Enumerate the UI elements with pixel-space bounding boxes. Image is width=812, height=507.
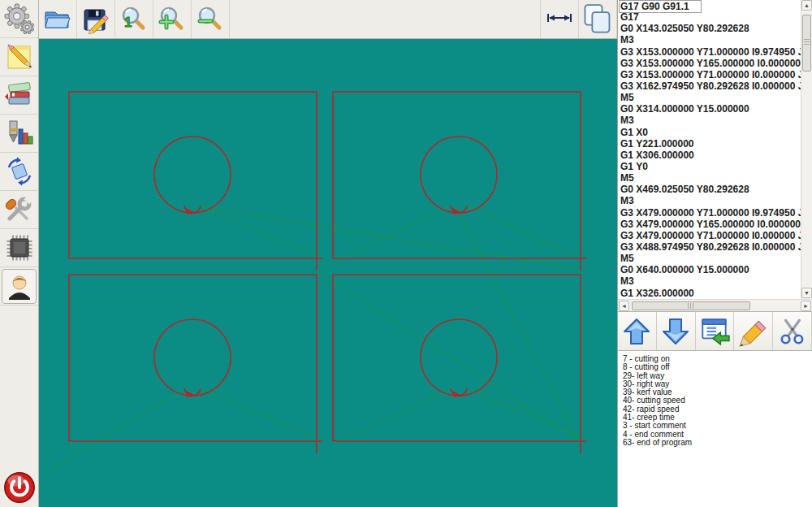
fit-width-button[interactable] [541,0,579,38]
horizontal-scroll-thumb[interactable] [632,301,750,310]
gcode-line[interactable]: M5 [618,92,801,103]
cut-scissors-icon [777,316,808,347]
zoom-out-button[interactable] [192,0,230,38]
copy-button[interactable] [579,0,617,38]
scroll-down-arrow-icon[interactable]: ▼ [801,288,812,298]
power-icon [2,470,37,505]
gcode-line[interactable]: G0 X640.000000 Y15.000000 [618,264,801,275]
settings-gears-icon [4,3,35,34]
library-books-icon [5,80,34,110]
canvas-area [39,39,617,507]
tool-stats-icon [5,119,34,148]
gcode-panel: G17 G90 G91.1G17G0 X143.025050 Y80.29262… [617,0,812,507]
gcode-line[interactable]: G3 X153.000000 Y71.000000 I9.974950 J0.7… [618,46,801,58]
power-button[interactable] [0,468,38,507]
edit-pencil-icon [738,316,769,347]
rotate-part-button[interactable] [0,153,38,191]
settings-button[interactable] [0,0,38,38]
save-icon [81,5,110,34]
gcode-line[interactable]: M5 [618,253,801,264]
gcode-line[interactable]: G1 X306.000000 [618,150,801,161]
gcode-line[interactable]: M3 [618,115,801,126]
fit-width-icon [545,5,574,34]
gcode-line[interactable]: G0 X469.025050 Y80.292628 [618,184,801,195]
copy-icon [581,3,614,36]
gcode-line[interactable]: G1 X326.000000 [618,288,801,299]
import-list-button[interactable] [696,312,735,350]
scroll-right-arrow-icon[interactable]: ► [801,301,811,311]
vertical-scroll-thumb[interactable] [802,15,811,72]
open-file-button[interactable] [39,0,77,38]
move-up-icon [621,316,652,347]
toolbar: 1 [39,0,617,39]
user-icon [5,271,34,301]
sidebar [0,0,39,507]
zoom-actual-icon: 1 [119,5,149,34]
gcode-list: G17 G90 G91.1G17G0 X143.025050 Y80.29262… [618,0,801,299]
gcode-line[interactable]: M5 [618,172,801,184]
user-button-frame [2,269,37,304]
gcode-line[interactable]: G1 X0 [618,127,801,138]
tools-button[interactable] [0,191,38,229]
library-button[interactable] [0,76,38,115]
chip-icon [5,233,34,262]
save-button[interactable] [77,0,115,38]
import-list-icon [698,316,731,347]
application-window: 1 [0,0,812,507]
toolbar-spacer [230,0,541,38]
gcode-line[interactable]: G17 [618,11,801,23]
scroll-up-arrow-icon[interactable]: ▲ [801,0,812,11]
gcode-line[interactable]: G3 X479.000000 Y165.000000 I0.000000 J47… [618,219,801,230]
note-edit-button[interactable] [0,38,38,76]
zoom-in-button[interactable] [153,0,192,38]
gcode-line[interactable]: G3 X153.000000 Y71.000000 I0.000000 J-47… [618,69,801,80]
gcode-horizontal-scrollbar[interactable]: ◄ ► [618,299,812,311]
gcode-line[interactable]: G3 X479.000000 Y71.000000 I0.000000 J-47… [618,230,801,241]
drawing-canvas[interactable] [39,39,617,507]
gcode-line[interactable]: M3 [618,34,801,46]
gcode-vertical-scrollbar[interactable]: ▲ ▼ [801,0,812,299]
legend-item: 63- end of program [623,439,812,447]
hardware-button[interactable] [0,229,38,267]
zoom-out-icon [196,5,225,34]
gcode-line[interactable]: M3 [618,275,801,287]
gcode-line[interactable]: G0 X143.025050 Y80.292628 [618,23,801,34]
code-legend: 7 - cutting on8 - cutting off29- left wa… [618,351,812,507]
gcode-line[interactable]: G17 G90 G91.1 [618,0,801,11]
zoom-in-icon [158,5,187,34]
edit-gcode-button[interactable] [734,312,773,350]
gcode-line[interactable]: G3 X488.974950 Y80.292628 I0.000000 J10.… [618,241,801,253]
move-down-button[interactable] [657,312,696,350]
user-button[interactable] [0,267,38,306]
gcode-line[interactable]: G3 X479.000000 Y71.000000 I9.974950 J0.7… [618,207,801,219]
gcode-actions-toolbar [618,311,812,351]
gcode-line[interactable]: M3 [618,195,801,206]
gcode-line[interactable]: G0 X314.000000 Y15.000000 [618,103,801,115]
canvas-background [39,39,617,507]
gcode-line[interactable]: G1 Y0 [618,161,801,172]
rotate-part-icon [5,157,34,186]
note-edit-icon [5,42,34,72]
scroll-left-arrow-icon[interactable]: ◄ [619,301,629,311]
tool-statistics-button[interactable] [0,115,38,153]
svg-text:1: 1 [124,15,132,30]
gcode-line[interactable]: G3 X162.974950 Y80.292628 I0.000000 J10.… [618,80,801,92]
zoom-actual-button[interactable]: 1 [115,0,153,38]
move-up-button[interactable] [618,312,657,350]
move-down-icon [660,316,691,347]
sidebar-spacer [0,306,38,468]
tools-icon [5,195,34,224]
gcode-line[interactable]: G1 Y221.000000 [618,138,801,150]
open-folder-icon [43,5,72,34]
cut-gcode-button[interactable] [773,312,812,350]
gcode-line[interactable]: G3 X153.000000 Y165.000000 I0.000000 J47… [618,58,801,69]
